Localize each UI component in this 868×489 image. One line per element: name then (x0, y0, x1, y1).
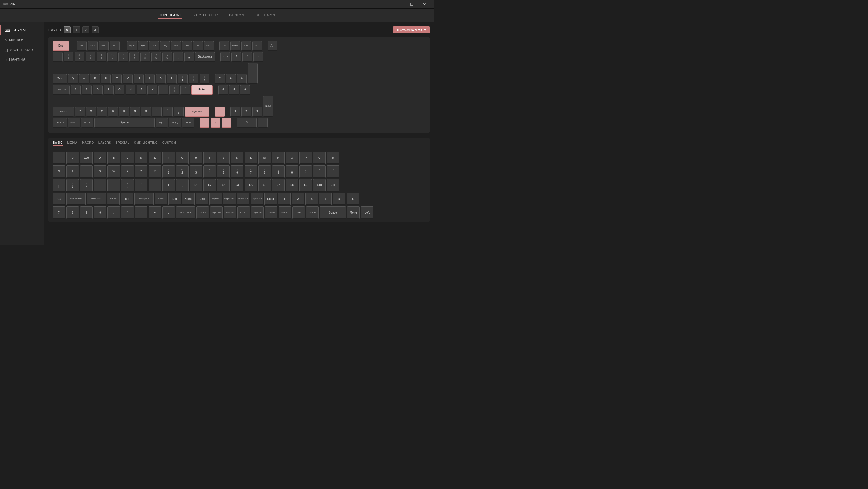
picker-key-8[interactable]: *8 (258, 165, 271, 178)
key-e[interactable]: E (90, 74, 100, 84)
key-comma[interactable]: <, (152, 107, 162, 117)
key-d[interactable]: D (93, 85, 102, 95)
picker-key-j[interactable]: J (217, 152, 230, 164)
key-np4[interactable]: 4 (218, 85, 228, 95)
key-vol-fn[interactable]: Vol -Vol + (268, 41, 277, 51)
picker-key-scroll-lock[interactable]: Scroll Lock (87, 193, 106, 205)
picker-key-tab[interactable]: Tab (121, 193, 133, 205)
picker-key-q[interactable]: Q (313, 152, 326, 164)
picker-key-n[interactable]: N (272, 152, 285, 164)
picker-key-n8[interactable]: 8 (66, 206, 79, 219)
key-h[interactable]: H (126, 85, 135, 95)
picker-key-space[interactable]: Space (320, 206, 346, 219)
picker-key-backslash[interactable]: |\ (80, 179, 93, 192)
picker-nav-special[interactable]: SPECIAL (116, 141, 129, 146)
picker-key-f1[interactable]: F1 (190, 179, 202, 192)
key-g[interactable]: G (115, 85, 124, 95)
key-np6[interactable]: 6 (240, 85, 250, 95)
key-y[interactable]: Y (123, 74, 133, 84)
key-enter[interactable]: Enter (191, 85, 213, 95)
key-r[interactable]: R (101, 74, 111, 84)
picker-key-n1[interactable]: 1 (278, 193, 290, 205)
picker-key-quote[interactable]: "' (107, 179, 120, 192)
key-equal[interactable]: += (184, 52, 194, 62)
key-p[interactable]: P (167, 74, 177, 84)
key-j[interactable]: J (136, 85, 146, 95)
key-caps-lock[interactable]: Caps Lock (53, 85, 70, 95)
picker-key-f5[interactable]: F5 (245, 179, 257, 192)
layer-btn-1[interactable]: 1 (73, 26, 80, 33)
picker-key-comma2[interactable]: , (176, 179, 189, 192)
key-z[interactable]: Z (75, 107, 85, 117)
key-c[interactable]: C (97, 107, 107, 117)
picker-key-s[interactable]: S (53, 165, 65, 178)
picker-key-left-ctrl[interactable]: Left Ctrl (238, 206, 250, 219)
key-slash[interactable]: ?/ (174, 107, 184, 117)
picker-key-np-plus[interactable]: + (149, 206, 161, 219)
key-left-shift[interactable]: Left Shift (53, 107, 74, 117)
picker-key-u[interactable]: U (80, 165, 93, 178)
key-quote[interactable]: "' (180, 85, 190, 95)
key-lbracket[interactable]: {[ (178, 74, 188, 84)
picker-key-b[interactable]: B (107, 152, 120, 164)
key-rctrl[interactable]: RCtrl (182, 118, 194, 128)
picker-key-f8[interactable]: F8 (286, 179, 298, 192)
picker-key-page-down[interactable]: Page Down (223, 193, 236, 205)
key-scr-minus[interactable]: Scr - (77, 41, 87, 51)
maximize-button[interactable]: ☐ (405, 0, 418, 9)
key-brght-plus[interactable]: Brght+ (138, 41, 148, 51)
picker-key-3[interactable]: #3 (190, 165, 202, 178)
picker-key-p[interactable]: P (300, 152, 312, 164)
key-home-fn[interactable]: Home (230, 41, 240, 51)
key-np-asterisk[interactable]: * (242, 52, 252, 62)
picker-key-f12[interactable]: F12 (53, 193, 65, 205)
picker-key-f3[interactable]: F3 (217, 179, 230, 192)
picker-key-g[interactable]: G (176, 152, 189, 164)
picker-key-lbracket[interactable]: [[ (53, 179, 65, 192)
picker-key-num-enter[interactable]: Num Enter (176, 206, 195, 219)
key-left-os[interactable]: Left O... (68, 118, 80, 128)
picker-key-o[interactable]: O (286, 152, 298, 164)
picker-key-rbracket[interactable]: ]] (66, 179, 79, 192)
picker-key-2[interactable]: @2 (176, 165, 189, 178)
key-del-fn[interactable]: Del (219, 41, 229, 51)
key-8[interactable]: *8 (141, 52, 150, 62)
key-6[interactable]: ^6 (118, 52, 128, 62)
picker-key-l[interactable]: L (245, 152, 257, 164)
picker-key-backspace[interactable]: Backspace (134, 193, 154, 205)
picker-key-right-shift-2[interactable]: Right Shift (224, 206, 236, 219)
key-i[interactable]: I (145, 74, 155, 84)
key-play[interactable]: Play (160, 41, 170, 51)
picker-nav-qmk-lighting[interactable]: QMK LIGHTING (134, 141, 158, 146)
picker-nav-layers[interactable]: LAYERS (98, 141, 111, 146)
picker-key-i[interactable]: I (204, 152, 216, 164)
picker-key-caps-lock[interactable]: Caps Lock (251, 193, 263, 205)
picker-key-print-screen[interactable]: Print Screen (66, 193, 86, 205)
key-miss[interactable]: Miss... (99, 41, 108, 51)
picker-key-insert[interactable]: Insert (155, 193, 167, 205)
picker-key-y[interactable]: Y (135, 165, 148, 178)
key-np8[interactable]: 8 (226, 74, 236, 84)
key-7[interactable]: &7 (129, 52, 139, 62)
key-np1[interactable]: 1 (230, 107, 240, 117)
key-esc[interactable]: Esc (53, 41, 69, 51)
key-backspace[interactable]: Backspace (195, 52, 215, 62)
picker-key-z[interactable]: Z (149, 165, 161, 178)
key-n[interactable]: N (130, 107, 140, 117)
nav-key-tester[interactable]: KEY TESTER (193, 12, 218, 19)
picker-key-enter[interactable]: Enter (264, 193, 277, 205)
key-rbracket[interactable]: }] (189, 74, 198, 84)
key-np-slash[interactable]: / (231, 52, 241, 62)
key-np9[interactable]: 9 (237, 74, 247, 84)
picker-key-left-alt[interactable]: Left Alt (292, 206, 305, 219)
key-left-ctrl[interactable]: Left Ctrl (53, 118, 67, 128)
key-vol-plus[interactable]: Vol + (204, 41, 214, 51)
picker-key-np-star[interactable]: * (121, 206, 134, 219)
sidebar-item-keymap[interactable]: ⌨ KEYMAP (0, 25, 43, 35)
key-right-os[interactable]: Righ... (156, 118, 168, 128)
picker-key-5[interactable]: %5 (217, 165, 230, 178)
key-s[interactable]: S (82, 85, 92, 95)
key-v[interactable]: V (108, 107, 118, 117)
key-np7[interactable]: 7 (215, 74, 225, 84)
picker-key-right-ctrl[interactable]: Right Ctrl (251, 206, 264, 219)
